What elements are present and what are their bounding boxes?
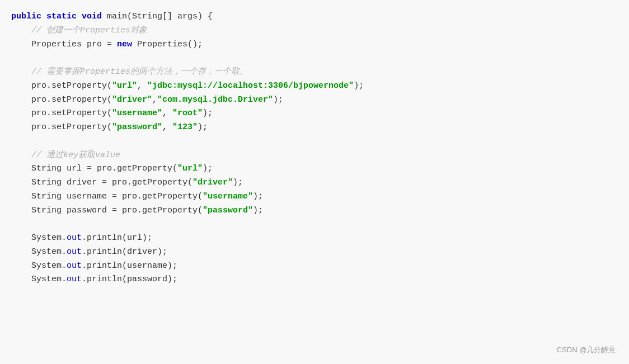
code-line-8: pro.setProperty("username", "root");	[11, 107, 618, 121]
code-line-10	[11, 135, 618, 149]
code-line-1: public static void main(String[] args) {	[11, 10, 618, 24]
code-line-9: pro.setProperty("password", "123");	[11, 121, 618, 135]
code-line-15: String password = pro.getProperty("passw…	[11, 204, 618, 218]
code-line-19: System.out.println(username);	[11, 259, 618, 273]
code-line-4	[11, 51, 618, 65]
code-line-2: // 创建一个Properties对象	[11, 24, 618, 38]
code-line-16	[11, 218, 618, 231]
watermark: CSDN @几分醉意.	[557, 345, 618, 355]
code-line-18: System.out.println(driver);	[11, 245, 618, 259]
code-line-14: String username = pro.getProperty("usern…	[11, 190, 618, 204]
code-line-12: String url = pro.getProperty("url");	[11, 162, 618, 176]
code-line-5: // 需要掌握Properties的两个方法，一个存，一个取。	[11, 65, 618, 79]
code-container: public static void main(String[] args) {…	[0, 0, 629, 364]
code-block: public static void main(String[] args) {…	[11, 10, 618, 287]
code-line-20: System.out.println(password);	[11, 273, 618, 287]
code-line-3: Properties pro = new Properties();	[11, 38, 618, 52]
code-line-17: System.out.println(url);	[11, 231, 618, 245]
code-line-13: String driver = pro.getProperty("driver"…	[11, 176, 618, 190]
code-line-11: // 通过key获取value	[11, 149, 618, 163]
code-line-7: pro.setProperty("driver","com.mysql.jdbc…	[11, 93, 618, 107]
code-line-6: pro.setProperty("url", "jdbc:mysql://loc…	[11, 79, 618, 93]
